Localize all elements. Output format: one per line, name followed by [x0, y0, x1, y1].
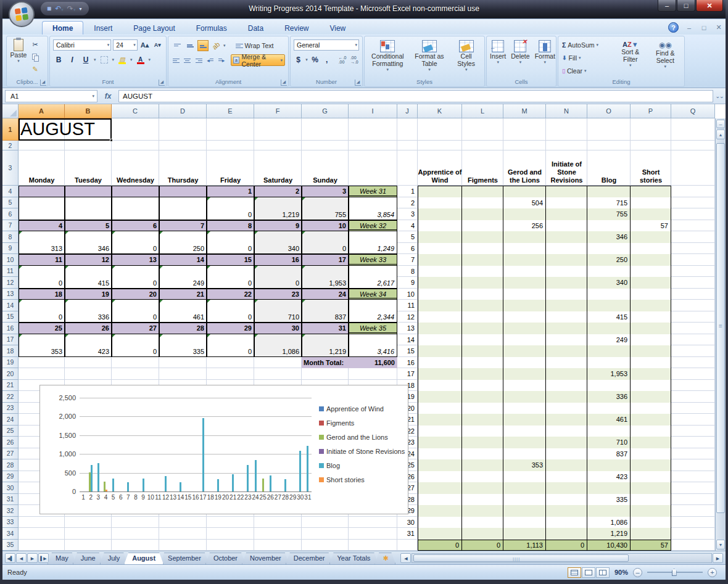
cell-hdr-project-5[interactable]: Short stories [631, 150, 671, 186]
cell-L12[interactable] [462, 277, 503, 289]
cell-C16[interactable]: 27 [112, 323, 159, 334]
cell-K18[interactable] [418, 345, 462, 357]
cell-K26[interactable] [418, 437, 462, 448]
cell-C8[interactable]: 0 [112, 231, 159, 254]
cell-J10[interactable]: 7 [397, 254, 418, 266]
cell-hdr-tuesday[interactable]: Tuesday [65, 150, 112, 186]
office-button[interactable] [9, 1, 35, 27]
normal-view-icon[interactable] [568, 567, 581, 578]
cell-N17[interactable] [546, 334, 587, 346]
row-header-3[interactable]: 3 [2, 150, 19, 186]
column-header-O[interactable]: O [587, 104, 631, 118]
row-header-34[interactable]: 34 [2, 528, 19, 540]
cell-I4[interactable]: Week 31 [349, 186, 397, 197]
cell-styles-button[interactable]: Cell Styles▾ [451, 38, 482, 77]
cell-L28[interactable] [462, 459, 503, 471]
row-header-18[interactable]: 18 [2, 345, 19, 357]
cell-N25[interactable] [546, 426, 587, 437]
cell-M27[interactable] [503, 448, 546, 460]
cell-G10[interactable]: 17 [302, 254, 349, 266]
cell-M32[interactable] [503, 505, 546, 517]
align-top-icon[interactable] [172, 40, 183, 51]
column-header-A[interactable]: A [19, 104, 65, 118]
cell-M29[interactable] [503, 471, 546, 483]
row-header-15[interactable]: 15 [2, 311, 19, 323]
cell-B16[interactable]: 26 [65, 323, 112, 334]
cell-L4[interactable] [462, 186, 503, 197]
page-layout-view-icon[interactable] [582, 567, 595, 578]
cell-O10[interactable]: 250 [587, 254, 631, 266]
row-header-22[interactable]: 22 [2, 391, 19, 403]
cell-B13[interactable]: 19 [65, 289, 112, 300]
number-format-select[interactable]: General▾ [294, 39, 359, 51]
increase-decimal-icon[interactable]: ←.0.00 [337, 54, 347, 65]
cell-F13[interactable]: 23 [254, 289, 302, 300]
fill-handle[interactable] [110, 139, 113, 142]
cell-P29[interactable] [631, 471, 671, 483]
row-header-24[interactable]: 24 [2, 414, 19, 426]
cell-C4[interactable] [112, 186, 159, 197]
cell-hdr-saturday[interactable]: Saturday [254, 150, 302, 186]
sheet-tab-year-totals[interactable]: Year Totals [329, 553, 379, 564]
cell-K10[interactable] [418, 254, 462, 266]
cell-J18[interactable]: 15 [397, 345, 418, 357]
cell-K12[interactable] [418, 277, 462, 289]
cell-O28[interactable] [587, 459, 631, 471]
cell-P9[interactable] [631, 243, 671, 255]
cell-F8[interactable]: 340 [254, 231, 302, 254]
cell-N11[interactable] [546, 266, 587, 278]
cell-P6[interactable] [631, 208, 671, 220]
cell-L24[interactable] [462, 414, 503, 426]
row-header-26[interactable]: 26 [2, 437, 19, 448]
cell-D7[interactable]: 7 [159, 220, 207, 232]
cell-P25[interactable] [631, 426, 671, 437]
cell-G4[interactable]: 3 [302, 186, 349, 197]
tab-view[interactable]: View [319, 21, 356, 35]
cell-I10[interactable]: Week 33 [349, 254, 397, 266]
cell-K34[interactable] [418, 528, 462, 540]
cell-C5[interactable] [112, 197, 159, 220]
cell-K35[interactable]: 0 [418, 540, 462, 551]
cell-P17[interactable] [631, 334, 671, 346]
formula-input[interactable]: AUGUST [118, 90, 713, 102]
cell-O22[interactable]: 336 [587, 391, 631, 403]
column-header-Q[interactable]: Q [671, 104, 715, 118]
row-header-8[interactable]: 8 [2, 231, 19, 243]
sheet-tab-may[interactable]: May [48, 553, 77, 564]
align-right-icon[interactable] [194, 55, 204, 66]
row-header-1[interactable]: 1 [2, 118, 19, 141]
cell-O12[interactable]: 340 [587, 277, 631, 289]
format-painter-icon[interactable]: ✎ [30, 64, 41, 75]
cell-J7[interactable]: 4 [397, 220, 418, 232]
cell-hdr-monday[interactable]: Monday [19, 150, 65, 186]
scroll-down-icon[interactable]: ▼ [716, 540, 725, 549]
cell-O27[interactable]: 837 [587, 448, 631, 460]
cell-M25[interactable] [503, 426, 546, 437]
cell-C17[interactable]: 0 [112, 334, 159, 357]
increase-indent-icon[interactable]: ▸ [217, 55, 226, 66]
column-header-J[interactable]: J [397, 104, 418, 118]
clear-button[interactable]: ▯Clear▾ [560, 65, 613, 76]
cell-J34[interactable]: 31 [397, 528, 418, 540]
cell-D5[interactable] [159, 197, 207, 220]
cell-P7[interactable]: 57 [631, 220, 671, 232]
cell-J14[interactable]: 11 [397, 300, 418, 311]
row-header-19[interactable]: 19 [2, 357, 19, 369]
cell-J16[interactable]: 13 [397, 323, 418, 334]
cell-D10[interactable]: 14 [159, 254, 207, 266]
cell-F14[interactable]: 710 [254, 300, 302, 323]
cell-P4[interactable] [631, 186, 671, 197]
row-header-12[interactable]: 12 [2, 277, 19, 289]
cell-K16[interactable] [418, 323, 462, 334]
cell-K27[interactable] [418, 448, 462, 460]
cell-M15[interactable] [503, 311, 546, 323]
cell-N27[interactable] [546, 448, 587, 460]
fill-color-icon[interactable]: ▨ [117, 54, 128, 65]
cell-A14[interactable]: 0 [19, 300, 65, 323]
align-left-icon[interactable] [172, 55, 181, 66]
copy-icon[interactable] [30, 51, 41, 62]
cell-A8[interactable]: 313 [19, 231, 65, 254]
font-color-icon[interactable]: A [135, 54, 146, 65]
cell-hdr-project-3[interactable]: Initiate of Stone Revisions [546, 150, 587, 186]
row-header-7[interactable]: 7 [2, 220, 19, 232]
